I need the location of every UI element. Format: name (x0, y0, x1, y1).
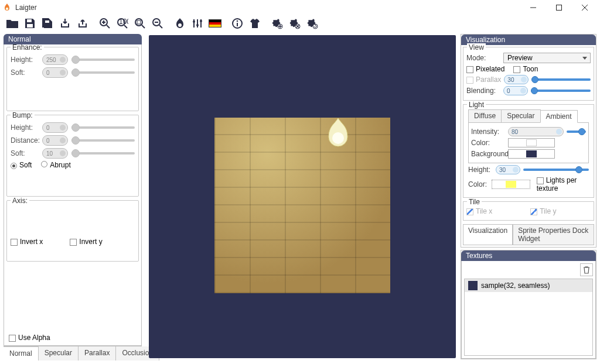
enhance-height-slider[interactable] (71, 59, 135, 61)
light-icon[interactable] (172, 16, 188, 30)
sliders-icon[interactable] (190, 16, 205, 30)
axis-legend: Axis: (11, 197, 29, 205)
plugin-remove-icon[interactable] (287, 16, 302, 30)
lights-per-texture-checkbox[interactable]: Lights per texture (537, 176, 589, 193)
invert-y-checkbox[interactable]: Invert y (70, 238, 102, 246)
background-label: Background: (471, 150, 505, 158)
toon-checkbox[interactable]: Toon (513, 65, 538, 73)
window-title: Laigter (15, 4, 520, 12)
texture-list[interactable]: sample(32, seamless) (464, 279, 593, 356)
bump-abrupt-radio[interactable]: Abrupt (41, 161, 70, 169)
tab-normal[interactable]: Normal (4, 346, 39, 361)
parallax-slider[interactable] (531, 78, 591, 81)
svg-point-38 (332, 132, 344, 144)
light-legend: Light (467, 101, 486, 109)
tab-parallax[interactable]: Parallax (79, 346, 116, 360)
export-icon[interactable] (75, 16, 90, 30)
svg-point-27 (200, 20, 202, 22)
view-group: View Mode: Preview Pixelated Toon Parall… (463, 47, 594, 101)
blending-slider[interactable] (531, 90, 591, 92)
pixelated-checkbox[interactable]: Pixelated (466, 65, 504, 73)
save-icon[interactable] (22, 16, 38, 30)
light-color-button[interactable] (492, 180, 530, 189)
zoom-out-icon[interactable] (150, 16, 165, 30)
enhance-group: Enhance: Height: 250 Soft: 0 (6, 47, 139, 111)
blending-spin[interactable]: 0 (503, 86, 528, 95)
svg-rect-7 (45, 20, 49, 23)
enhance-soft-slider[interactable] (71, 71, 135, 74)
intensity-spin[interactable]: 80 (508, 127, 564, 136)
mode-combo[interactable]: Preview (503, 53, 591, 63)
bump-group: Bump: Height:0 Distance:0 Soft:10 Soft A… (6, 115, 139, 197)
mode-label: Mode: (466, 54, 500, 62)
tile-y-checkbox[interactable]: Tile y (530, 207, 556, 215)
maximize-button[interactable] (546, 0, 572, 15)
bump-height-slider[interactable] (71, 126, 135, 129)
enhance-height-spin[interactable]: 250 (42, 54, 68, 65)
bump-distance-spin[interactable]: 0 (42, 135, 68, 146)
close-button[interactable] (572, 0, 598, 15)
texture-preview (214, 118, 390, 293)
ambient-color-button[interactable] (508, 138, 555, 147)
bump-soft-slider[interactable] (71, 152, 135, 154)
svg-point-0 (6, 8, 8, 10)
about-icon[interactable] (230, 16, 245, 30)
tile-legend: Tile (467, 198, 482, 206)
light-tab-diffuse[interactable]: Diffuse (468, 109, 502, 122)
parallax-spin[interactable]: 30 (504, 75, 529, 84)
language-button[interactable] (207, 16, 223, 30)
bump-legend: Bump: (11, 111, 35, 119)
delete-texture-button[interactable] (580, 263, 593, 276)
light-tab-specular[interactable]: Specular (501, 109, 540, 122)
plugin-refresh-icon[interactable] (305, 16, 320, 30)
bump-distance-slider[interactable] (71, 139, 135, 142)
svg-rect-5 (27, 19, 32, 22)
toolbar: 100 (0, 15, 600, 32)
app-icon (2, 3, 12, 12)
parallax-checkbox[interactable]: Parallax (466, 75, 501, 84)
svg-point-15 (135, 19, 142, 26)
svg-point-29 (237, 20, 238, 22)
light-handle-icon[interactable] (324, 117, 352, 150)
tile-x-checkbox[interactable]: Tile x (466, 207, 492, 215)
use-alpha-checkbox[interactable]: Use Alpha (6, 332, 139, 343)
bump-soft-spin[interactable]: 10 (42, 148, 68, 159)
light-height-slider[interactable] (523, 169, 589, 171)
light-tab-ambient[interactable]: Ambient (540, 110, 578, 123)
view-legend: View (467, 43, 486, 51)
axis-group: Axis: Invert x Invert y (6, 200, 139, 262)
texture-name: sample(32, seamless) (481, 281, 550, 290)
texture-list-item[interactable]: sample(32, seamless) (465, 279, 592, 292)
light-color-label: Color: (468, 180, 489, 188)
light-height-label: Height: (468, 166, 493, 174)
enhance-legend: Enhance: (11, 44, 44, 51)
bump-distance-label: Distance: (11, 136, 39, 145)
svg-rect-6 (27, 24, 33, 28)
zoom-100-icon[interactable]: 100 (115, 16, 130, 30)
enhance-soft-spin[interactable]: 0 (42, 67, 68, 78)
trash-icon (582, 266, 591, 274)
light-height-spin[interactable]: 30 (496, 165, 520, 174)
intensity-slider[interactable] (567, 131, 586, 133)
svg-point-25 (193, 20, 195, 23)
bump-height-spin[interactable]: 0 (42, 122, 68, 133)
bump-soft-radio[interactable]: Soft (11, 161, 32, 169)
save-all-icon[interactable] (40, 16, 55, 30)
tshirt-icon[interactable] (247, 16, 262, 30)
tab-sprite-properties[interactable]: Sprite Properties Dock Widget (513, 224, 594, 245)
open-icon[interactable] (5, 16, 20, 30)
background-color-button[interactable] (508, 149, 555, 159)
tab-specular[interactable]: Specular (39, 346, 79, 360)
plugin-add-icon[interactable] (270, 16, 285, 30)
zoom-fit-icon[interactable] (132, 16, 148, 30)
minimize-button[interactable] (520, 0, 546, 15)
preview-canvas[interactable] (149, 35, 456, 358)
invert-x-checkbox[interactable]: Invert x (11, 238, 43, 246)
zoom-in-icon[interactable] (97, 16, 112, 30)
enhance-height-label: Height: (11, 56, 39, 64)
import-icon[interactable] (57, 16, 73, 30)
intensity-label: Intensity: (471, 128, 505, 136)
bump-soft-label: Soft: (11, 149, 39, 157)
tab-visualization[interactable]: Visualization (463, 224, 513, 245)
svg-line-16 (142, 25, 145, 28)
